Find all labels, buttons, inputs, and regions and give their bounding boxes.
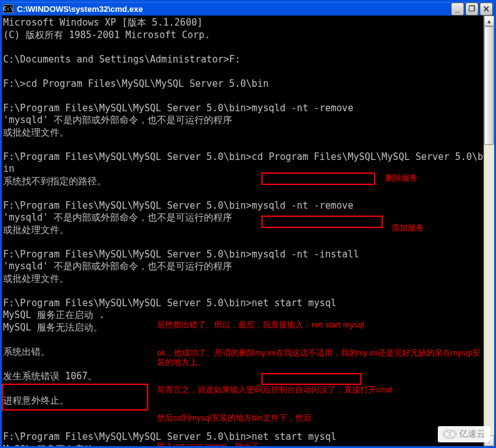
terminal-line: F:\Program Files\MySQL\MySQL Server 5.0\…	[3, 200, 483, 212]
scrollbar-track[interactable]	[484, 26, 494, 436]
terminal-line: 'mysqld' 不是内部或外部命令，也不是可运行的程序	[3, 261, 483, 273]
minimize-button[interactable]: _	[451, 2, 464, 16]
cmd-icon: C:\	[3, 4, 13, 13]
watermark: 亿速云	[438, 426, 490, 442]
terminal-line: 'mysqld' 不是内部或外部命令，也不是可运行的程序	[3, 114, 483, 127]
terminal-line	[3, 41, 483, 54]
scroll-up-button[interactable]: ▲	[484, 16, 494, 26]
annotation-line: 输入net start mysql。就ok了。	[157, 442, 482, 446]
window-title: C:\WINDOWS\system32\cmd.exe	[17, 4, 451, 14]
annotation-line: ok，他成功了。所谓的删除my.ini在我这边不适用，我的my.ini还是完好无…	[157, 349, 482, 367]
scrollbar-thumb[interactable]	[484, 26, 494, 145]
terminal-line: 或批处理文件。	[3, 273, 483, 286]
annotation-install-label: 添加服务	[392, 224, 424, 233]
annotation-line: 然后cd到mysql安装的地方bin文件下，然后	[157, 414, 482, 423]
terminal-line: Microsoft Windows XP [版本 5.1.2600]	[3, 17, 483, 29]
annotation-line: 简而言之，就是如果输入密码后控制台自动闪没了，直接打开cmd	[157, 386, 482, 395]
close-button[interactable]: ✕	[480, 2, 493, 16]
vertical-scrollbar[interactable]: ▲ ▼	[483, 16, 494, 446]
terminal-line: 或批处理文件。	[3, 127, 483, 139]
terminal-line: F:\Program Files\MySQL\MySQL Server 5.0\…	[3, 249, 483, 261]
annotation-remove-label: 删除服务	[385, 174, 418, 183]
watermark-text: 亿速云	[459, 429, 485, 440]
terminal-output[interactable]: Microsoft Windows XP [版本 5.1.2600](C) 版权…	[2, 16, 483, 446]
terminal-line: F:\Program Files\MySQL\MySQL Server 5.0\…	[3, 151, 483, 176]
terminal-line	[3, 90, 483, 102]
terminal-line	[3, 139, 483, 151]
terminal-line: C:\Documents and Settings\Administrator>…	[3, 54, 483, 66]
terminal-line: F:\>cd Program Files\MySQL\MySQL Server …	[3, 78, 483, 91]
terminal-line: (C) 版权所有 1985-2001 Microsoft Corp.	[3, 29, 483, 42]
terminal-line: 'mysqld' 不是内部或外部命令，也不是可运行的程序	[3, 212, 483, 224]
watermark-logo-icon	[443, 430, 457, 439]
terminal-line: F:\Program Files\MySQL\MySQL Server 5.0\…	[3, 102, 483, 115]
terminal-line	[3, 66, 483, 78]
terminal-line	[3, 187, 483, 200]
annotation-line: 居然都出错了。所以，最后，我直接输入：net start mysql	[157, 321, 482, 330]
terminal-line	[3, 236, 483, 249]
terminal-line	[3, 285, 483, 297]
cmd-window: C:\ C:\WINDOWS\system32\cmd.exe _ ❐ ✕ Mi…	[0, 0, 496, 448]
titlebar[interactable]: C:\ C:\WINDOWS\system32\cmd.exe _ ❐ ✕	[2, 2, 494, 16]
annotation-note: 居然都出错了。所以，最后，我直接输入：net start mysql ok，他成…	[157, 302, 482, 446]
maximize-button[interactable]: ❐	[465, 2, 478, 16]
